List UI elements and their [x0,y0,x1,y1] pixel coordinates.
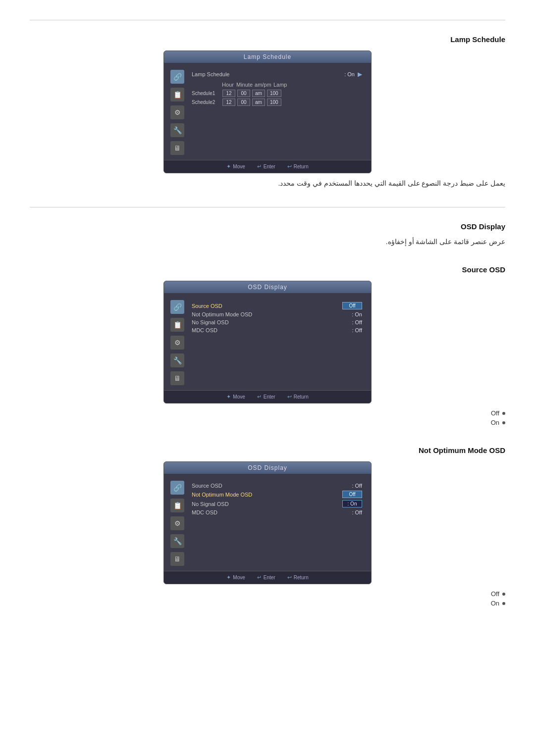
lamp-schedule-content: Lamp Schedule : On ▶ Hour Minute am/pm L… [187,68,367,155]
source-osd-row2-value: : On [352,311,362,317]
source-osd-enter-btn[interactable]: ↵ Enter [257,394,275,400]
sched2-lamp: 100 [267,99,281,106]
move-label: Move [233,164,245,169]
source-osd-bullet-off: Off [30,409,505,417]
lamp-move-btn[interactable]: ✦ Move [226,163,245,170]
sched2-minute: 00 [237,99,250,106]
source-osd-on-label: On [491,419,499,426]
so-return-label: Return [294,394,309,400]
source-osd-row1-label: Source OSD [192,303,222,309]
col-hour: Hour [221,82,234,88]
no-sidebar-icon-1: 🔗 [170,481,184,495]
no-row3-value: : On [342,500,362,507]
sched1-lamp: 100 [267,90,281,97]
source-osd-bullets: Off On [30,409,505,426]
source-osd-row-2: Not Optimum Mode OSD : On [192,310,362,318]
not-optimum-off-label: Off [491,590,499,598]
so-sidebar-icon-1: 🔗 [170,300,184,314]
source-osd-off-label: Off [491,409,499,417]
source-osd-move-btn[interactable]: ✦ Move [226,394,245,400]
no-row3-label: No Signal OSD [192,501,229,507]
source-osd-row1-value: Off [342,302,362,309]
no-return-label: Return [294,575,309,580]
no-row1-label: Source OSD [192,483,222,489]
no-sidebar-icon-3: ⚙ [170,516,184,530]
sidebar-icon-2: 📋 [170,88,184,101]
no-return-icon: ↩ [287,574,292,581]
not-optimum-off-dot [502,593,505,596]
not-optimum-title: Not Optimum Mode OSD [30,446,505,454]
sched-row-2: Schedule2 12 00 am 100 [192,99,362,106]
source-osd-off-dot [502,412,505,415]
not-optimum-move-btn[interactable]: ✦ Move [226,574,245,581]
sidebar-icon-4: 🔧 [170,123,184,137]
mid-divider [30,207,505,207]
no-sidebar-icon-4: 🔧 [170,534,184,548]
source-osd-return-btn[interactable]: ↩ Return [287,394,309,400]
move-icon: ✦ [226,163,231,170]
sched2-ampm: am [252,99,265,106]
no-enter-icon: ↵ [257,574,262,581]
lamp-return-btn[interactable]: ↩ Return [287,163,309,170]
source-osd-row-1: Source OSD Off [192,301,362,310]
osd-display-section: OSD Display عرض عنصر قائمة على الشاشة أو… [30,222,505,246]
not-optimum-content: Source OSD : Off Not Optimum Mode OSD Of… [187,479,367,566]
no-row2-value: Off [342,491,362,498]
so-move-icon: ✦ [226,394,231,400]
not-optimum-bullet-on: On [30,600,505,607]
col-minute: Minute [236,82,253,88]
no-enter-label: Enter [264,575,275,580]
so-move-label: Move [233,394,245,400]
source-osd-screen-title: OSD Display [164,281,371,293]
so-enter-icon: ↵ [257,394,262,400]
source-osd-bottom: ✦ Move ↵ Enter ↩ Return [164,390,371,403]
not-optimum-screen-title: OSD Display [164,462,371,474]
sidebar-icon-5: 🖥 [170,141,184,155]
return-icon: ↩ [287,163,292,170]
not-optimum-on-label: On [491,600,499,607]
not-optimum-bullet-off: Off [30,590,505,598]
lamp-arabic-desc: يعمل على ضبط درجة النصوع على القيمة التي… [30,179,505,187]
not-optimum-return-btn[interactable]: ↩ Return [287,574,309,581]
so-sidebar-icon-3: ⚙ [170,336,184,350]
lamp-enter-btn[interactable]: ↵ Enter [257,163,275,170]
not-optimum-bullets: Off On [30,590,505,607]
so-sidebar-icon-4: 🔧 [170,353,184,367]
not-optimum-sidebar: 🔗 📋 ⚙ 🔧 🖥 [168,479,187,566]
col-lamp: Lamp [273,82,287,88]
source-osd-sidebar: 🔗 📋 ⚙ 🔧 🖥 [168,298,187,385]
col-ampm: am/pm [255,82,271,88]
not-optimum-row-1: Source OSD : Off [192,482,362,490]
page-container: Lamp Schedule Lamp Schedule 🔗 📋 ⚙ 🔧 🖥 La… [0,0,535,647]
source-osd-mockup: OSD Display 🔗 📋 ⚙ 🔧 🖥 Source OSD Off [163,281,372,403]
source-osd-body: 🔗 📋 ⚙ 🔧 🖥 Source OSD Off Not Optimum Mod… [164,293,371,390]
not-optimum-row-4: MDC OSD : Off [192,508,362,516]
source-osd-row4-value: : Off [352,327,362,333]
lamp-schedule-title: Lamp Schedule [30,35,505,44]
sched-row-1: Schedule1 12 00 am 100 [192,90,362,97]
sched1-hour: 12 [222,90,235,97]
no-move-label: Move [233,575,245,580]
sidebar-icon-1: 🔗 [170,70,184,84]
not-optimum-row-3: No Signal OSD : On [192,499,362,508]
not-optimum-enter-btn[interactable]: ↵ Enter [257,574,275,581]
sched1-label: Schedule1 [192,91,220,96]
osd-display-title: OSD Display [30,222,505,231]
lamp-on-text: : On [344,71,355,77]
source-osd-content: Source OSD Off Not Optimum Mode OSD : On… [187,298,367,385]
lamp-schedule-value: : On ▶ [344,71,362,78]
no-row4-value: : Off [352,509,362,515]
no-row4-label: MDC OSD [192,509,217,515]
sched-header-row: Hour Minute am/pm Lamp [192,82,362,88]
lamp-schedule-mockup: Lamp Schedule 🔗 📋 ⚙ 🔧 🖥 Lamp Schedule : … [163,50,372,173]
sched1-minute: 00 [237,90,250,97]
so-return-icon: ↩ [287,394,292,400]
sched2-label: Schedule2 [192,100,220,105]
lamp-schedule-section: Lamp Schedule Lamp Schedule 🔗 📋 ⚙ 🔧 🖥 La… [30,35,505,187]
no-move-icon: ✦ [226,574,231,581]
source-osd-row-3: No Signal OSD : Off [192,318,362,326]
not-optimum-body: 🔗 📋 ⚙ 🔧 🖥 Source OSD : Off Not Optimum M… [164,474,371,571]
source-osd-bullet-on: On [30,419,505,426]
source-osd-row2-label: Not Optimum Mode OSD [192,311,252,317]
not-optimum-row-2: Not Optimum Mode OSD Off [192,490,362,499]
